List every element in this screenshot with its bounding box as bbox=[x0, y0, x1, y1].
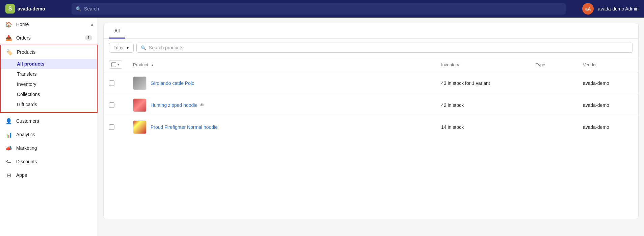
table-header-type: Type bbox=[530, 57, 578, 72]
global-search[interactable]: 🔍 bbox=[72, 3, 566, 15]
table-header-vendor: Vendor bbox=[578, 57, 638, 72]
product-name-link[interactable]: Girolando cattle Polo bbox=[151, 80, 194, 86]
product-cell: Proud Firefighter Normal hoodie bbox=[133, 120, 430, 134]
product-inventory: 42 in stock bbox=[436, 94, 530, 116]
transfers-label: Transfers bbox=[17, 71, 37, 77]
products-icon: 🏷️ bbox=[6, 49, 13, 55]
analytics-icon: 📊 bbox=[5, 131, 12, 138]
sidebar-item-label: Marketing bbox=[16, 145, 37, 151]
sidebar-item-label: Home bbox=[16, 22, 29, 27]
products-panel: All Filter ▼ 🔍 bbox=[103, 23, 639, 219]
row-checkbox[interactable] bbox=[109, 124, 114, 130]
sidebar-item-label: Customers bbox=[16, 118, 39, 124]
sidebar-item-apps[interactable]: ⊞ Apps bbox=[0, 168, 98, 182]
avatar[interactable]: aA bbox=[582, 3, 594, 15]
search-icon: 🔍 bbox=[76, 6, 81, 11]
product-thumbnail bbox=[133, 98, 146, 112]
table-header-checkbox: ▼ bbox=[104, 57, 128, 72]
table-row: Proud Firefighter Normal hoodie 14 in st… bbox=[104, 116, 638, 138]
product-thumbnail bbox=[133, 120, 146, 134]
table-row: Hunting zipped hoodie👁 42 in stockavada-… bbox=[104, 94, 638, 116]
toolbar: Filter ▼ 🔍 bbox=[104, 39, 638, 57]
product-search-input[interactable] bbox=[149, 45, 628, 50]
sidebar-item-orders[interactable]: 📥 Orders 1 bbox=[0, 31, 98, 45]
row-checkbox[interactable] bbox=[109, 102, 114, 108]
sidebar: ▲ 🏠 Home 📥 Orders 1 🏷️ Products All prod… bbox=[0, 18, 98, 236]
table-header-inventory: Inventory bbox=[436, 57, 530, 72]
product-vendor: avada-demo bbox=[578, 116, 638, 138]
product-cell: Hunting zipped hoodie👁 bbox=[133, 98, 430, 112]
visibility-icon: 👁 bbox=[199, 102, 204, 108]
filter-label: Filter bbox=[113, 45, 124, 50]
filter-button[interactable]: Filter ▼ bbox=[109, 43, 134, 53]
orders-icon: 📥 bbox=[5, 34, 12, 41]
sidebar-item-products[interactable]: 🏷️ Products bbox=[1, 45, 97, 59]
search-input[interactable] bbox=[84, 6, 562, 11]
shopify-logo-icon: S bbox=[5, 4, 15, 14]
home-icon: 🏠 bbox=[5, 21, 12, 28]
products-table: ▼ Product ▲ Inventory Type bbox=[104, 57, 638, 138]
product-search[interactable]: 🔍 bbox=[136, 43, 633, 53]
orders-badge: 1 bbox=[85, 35, 92, 41]
apps-icon: ⊞ bbox=[5, 172, 12, 179]
main-content: All Filter ▼ 🔍 bbox=[98, 18, 644, 236]
product-vendor: avada-demo bbox=[578, 94, 638, 116]
tab-all[interactable]: All bbox=[109, 23, 125, 39]
layout: ▲ 🏠 Home 📥 Orders 1 🏷️ Products All prod… bbox=[0, 18, 644, 236]
admin-name: avada-demo Admin bbox=[598, 6, 639, 11]
sidebar-item-label: Orders bbox=[16, 35, 31, 41]
product-type bbox=[530, 116, 578, 138]
topbar-right: aA avada-demo Admin bbox=[571, 3, 639, 15]
sidebar-item-customers[interactable]: 👤 Customers bbox=[0, 114, 98, 128]
all-products-label: All products bbox=[17, 61, 45, 67]
tabs-bar: All bbox=[104, 23, 638, 39]
collections-label: Collections bbox=[17, 92, 40, 97]
customers-icon: 👤 bbox=[5, 118, 12, 124]
select-all-button[interactable]: ▼ bbox=[109, 61, 122, 69]
products-section: 🏷️ Products All products Transfers Inven… bbox=[0, 45, 98, 113]
table-header-product: Product ▲ bbox=[128, 57, 436, 72]
product-vendor: avada-demo bbox=[578, 72, 638, 94]
sidebar-item-gift-cards[interactable]: Gift cards bbox=[1, 99, 97, 110]
sidebar-item-home[interactable]: 🏠 Home bbox=[0, 18, 98, 31]
table-row: Girolando cattle Polo 43 in stock for 1 … bbox=[104, 72, 638, 94]
product-inventory: 43 in stock for 1 variant bbox=[436, 72, 530, 94]
discounts-icon: 🏷 bbox=[5, 158, 12, 165]
sidebar-item-all-products[interactable]: All products bbox=[1, 59, 97, 69]
product-thumbnail bbox=[133, 76, 146, 90]
search-icon: 🔍 bbox=[141, 45, 146, 50]
marketing-icon: 📣 bbox=[5, 145, 12, 151]
chevron-down-icon: ▼ bbox=[117, 63, 120, 66]
gift-cards-label: Gift cards bbox=[17, 102, 37, 107]
sort-arrow-icon: ▲ bbox=[151, 63, 154, 67]
sidebar-item-analytics[interactable]: 📊 Analytics bbox=[0, 128, 98, 141]
sidebar-item-label: Discounts bbox=[16, 159, 37, 164]
sidebar-item-discounts[interactable]: 🏷 Discounts bbox=[0, 155, 98, 168]
product-name-link[interactable]: Hunting zipped hoodie👁 bbox=[151, 102, 204, 108]
product-cell: Girolando cattle Polo bbox=[133, 76, 430, 90]
sidebar-item-label: Apps bbox=[16, 172, 27, 178]
sidebar-item-marketing[interactable]: 📣 Marketing bbox=[0, 141, 98, 155]
sidebar-item-label: Analytics bbox=[16, 132, 35, 137]
product-name-link[interactable]: Proud Firefighter Normal hoodie bbox=[151, 124, 218, 130]
sidebar-item-label: Products bbox=[17, 49, 35, 55]
product-type bbox=[530, 72, 578, 94]
product-type bbox=[530, 94, 578, 116]
brand-name: avada-demo bbox=[18, 6, 45, 11]
sidebar-item-inventory[interactable]: Inventory bbox=[1, 79, 97, 89]
sidebar-item-collections[interactable]: Collections bbox=[1, 89, 97, 99]
inventory-label: Inventory bbox=[17, 81, 36, 87]
products-submenu: All products Transfers Inventory Collect… bbox=[1, 59, 97, 112]
row-checkbox[interactable] bbox=[109, 80, 114, 86]
brand: S avada-demo bbox=[5, 4, 66, 14]
product-inventory: 14 in stock bbox=[436, 116, 530, 138]
chevron-down-icon: ▼ bbox=[126, 46, 129, 50]
checkbox-icon bbox=[111, 62, 116, 67]
sidebar-item-transfers[interactable]: Transfers bbox=[1, 69, 97, 79]
topbar: S avada-demo 🔍 aA avada-demo Admin bbox=[0, 0, 644, 18]
